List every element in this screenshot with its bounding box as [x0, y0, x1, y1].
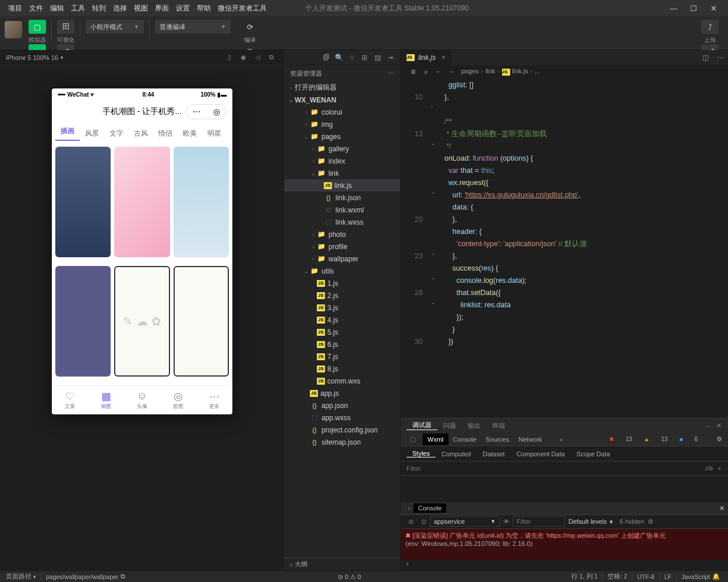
mini-mode-select[interactable]: 小程序模式▼ — [86, 20, 144, 34]
file-profile[interactable]: ›📁profile — [284, 240, 400, 253]
styles-tab-Scope Data[interactable]: Scope Data — [571, 450, 616, 457]
wallpaper-card[interactable]: ✎ ☁ ✿ — [114, 266, 169, 377]
clear-icon[interactable]: ⊙ — [417, 518, 430, 526]
menu-微信开发者工具[interactable]: 微信开发者工具 — [214, 4, 270, 12]
compile-mode-select[interactable]: 普通编译▼ — [155, 20, 231, 34]
close-tab-icon[interactable]: × — [441, 54, 446, 62]
device-icon[interactable]: ▯ — [222, 54, 236, 61]
doc-icon[interactable]: ▤ — [371, 54, 384, 62]
menu-界面[interactable]: 界面 — [151, 4, 172, 12]
context-select[interactable]: appservice▼ — [430, 516, 500, 527]
editor-tab[interactable]: JS link.js × — [401, 50, 452, 65]
menu-编辑[interactable]: 编辑 — [47, 4, 68, 12]
bookmark-icon[interactable]: ⍟ — [419, 68, 432, 75]
tool-可视化[interactable]: 田 — [57, 20, 75, 34]
more-icon[interactable]: » — [555, 436, 568, 443]
stop-icon[interactable]: ⊘ — [404, 518, 417, 526]
file-link.json[interactable]: {}link.json — [284, 191, 400, 204]
styles-tab-Dataset[interactable]: Dataset — [477, 450, 511, 457]
panel-tab-调试器[interactable]: 调试器 — [407, 421, 437, 430]
cat-tab-情侣[interactable]: 情侣 — [153, 129, 178, 139]
file-project.config.json[interactable]: {}project.config.json — [284, 424, 400, 436]
wallpaper-card[interactable] — [174, 266, 229, 377]
file-utils[interactable]: ⌄📁utils — [284, 265, 400, 277]
code-area[interactable]: gglist: [] }, /** * 生命周期函数--监听页面加载 */ on… — [440, 78, 728, 418]
capsule[interactable]: ⋯◎ — [186, 104, 227, 119]
styles-tab-Computed[interactable]: Computed — [436, 450, 477, 457]
file-sitemap.json[interactable]: {}sitemap.json — [284, 436, 400, 448]
cat-tab-文字[interactable]: 文字 — [104, 129, 129, 139]
minimize-button[interactable]: — — [664, 4, 684, 13]
tabbar-更多[interactable]: ⋯更多 — [196, 386, 232, 414]
file-link.js[interactable]: JSlink.js — [284, 179, 400, 191]
close-icon[interactable]: ✕ — [711, 422, 722, 430]
file-link[interactable]: ⌄📁link — [284, 167, 400, 179]
wallpaper-card[interactable] — [55, 147, 111, 257]
dt-tab-Network[interactable]: Network — [514, 436, 546, 443]
add-icon[interactable]: ＋ — [716, 464, 722, 473]
inspect-icon[interactable]: ⬚ — [405, 435, 418, 443]
more-icon[interactable]: ⋯ — [713, 54, 728, 62]
file-link.wxss[interactable]: ⬚link.wxss — [284, 216, 400, 228]
split-icon[interactable]: ◫ — [698, 54, 713, 62]
dt-tab-Sources[interactable]: Sources — [481, 436, 514, 443]
tool-模拟器[interactable]: ▢ — [29, 20, 46, 34]
wallpaper-card[interactable] — [174, 147, 229, 257]
mute-icon[interactable]: ◁ — [250, 54, 264, 61]
styles-tab-Styles[interactable]: Styles — [407, 450, 436, 457]
file-4.js[interactable]: JS4.js — [284, 314, 400, 326]
menu-帮助[interactable]: 帮助 — [193, 4, 214, 12]
exit-icon[interactable]: ⇥ — [384, 54, 397, 62]
tool-编译[interactable]: ⟳ — [241, 20, 259, 34]
record-icon[interactable]: ◉ — [236, 54, 250, 61]
file-7.js[interactable]: JS7.js — [284, 350, 400, 363]
cat-tab-风景[interactable]: 风景 — [80, 129, 104, 139]
more-icon[interactable]: ⋯ — [388, 70, 394, 77]
cat-tab-欧美[interactable]: 欧美 — [178, 129, 202, 139]
copy-icon[interactable]: ⧉ — [121, 573, 125, 580]
menu-转到[interactable]: 转到 — [89, 4, 109, 12]
dt-tab-Console[interactable]: Console — [448, 436, 481, 443]
avatar[interactable] — [5, 21, 22, 38]
cat-tab-古风[interactable]: 古风 — [129, 129, 153, 139]
file-index[interactable]: ›📁index — [284, 155, 400, 167]
file-img[interactable]: ›📁img — [284, 118, 400, 130]
file-comm.wxs[interactable]: JScomm.wxs — [284, 375, 400, 387]
file-photo[interactable]: ›📁photo — [284, 228, 400, 240]
copy-icon[interactable]: ⧉ — [264, 54, 278, 61]
menu-文件[interactable]: 文件 — [26, 4, 47, 12]
project-root[interactable]: ⌄WX_WENAN — [284, 94, 400, 106]
styles-filter-input[interactable] — [407, 465, 701, 472]
log-levels[interactable]: Default levels ▼ — [568, 518, 614, 525]
error-badge[interactable]: ✖13▲13■6 — [598, 436, 707, 442]
file-3.js[interactable]: JS3.js — [284, 301, 400, 314]
branch-icon[interactable]: ⑂ — [345, 54, 358, 62]
list-icon[interactable]: ≣ — [407, 68, 419, 76]
chevron-up-icon[interactable]: ︿ — [699, 421, 711, 430]
outline-section[interactable]: ›大纲 — [284, 558, 400, 570]
gear-icon[interactable]: ⚙ — [644, 518, 657, 526]
panel-tab-问题[interactable]: 问题 — [437, 421, 462, 430]
tool-上传[interactable]: ⤴ — [701, 20, 719, 34]
panel-tab-输出[interactable]: 输出 — [462, 421, 486, 430]
cat-tab-明星[interactable]: 明星 — [202, 129, 227, 139]
file-8.js[interactable]: JS8.js — [284, 363, 400, 375]
menu-选择[interactable]: 选择 — [109, 4, 130, 12]
close-button[interactable]: ✕ — [704, 4, 723, 13]
wallpaper-card[interactable] — [55, 266, 111, 377]
tabbar-潮图[interactable]: ▦潮图 — [88, 386, 124, 414]
tabbar-头像[interactable]: ☺头像 — [124, 386, 160, 414]
panel-tab-终端[interactable]: 终端 — [486, 421, 511, 430]
file-1.js[interactable]: JS1.js — [284, 277, 400, 289]
tabbar-文案[interactable]: ♡文案 — [52, 386, 88, 414]
menu-工具[interactable]: 工具 — [68, 4, 89, 12]
back-icon[interactable]: ← — [432, 68, 445, 75]
file-colorui[interactable]: ›📁colorui — [284, 106, 400, 118]
bell-icon[interactable]: 🔔 — [712, 573, 720, 580]
close-icon[interactable]: ✕ — [719, 505, 725, 512]
file-app.wxss[interactable]: ⬚app.wxss — [284, 411, 400, 424]
file-pages[interactable]: ⌄📁pages — [284, 130, 400, 143]
gear-icon[interactable]: ⚙ — [712, 435, 723, 443]
menu-设置[interactable]: 设置 — [172, 4, 193, 12]
eye-icon[interactable]: 👁 — [500, 518, 513, 525]
